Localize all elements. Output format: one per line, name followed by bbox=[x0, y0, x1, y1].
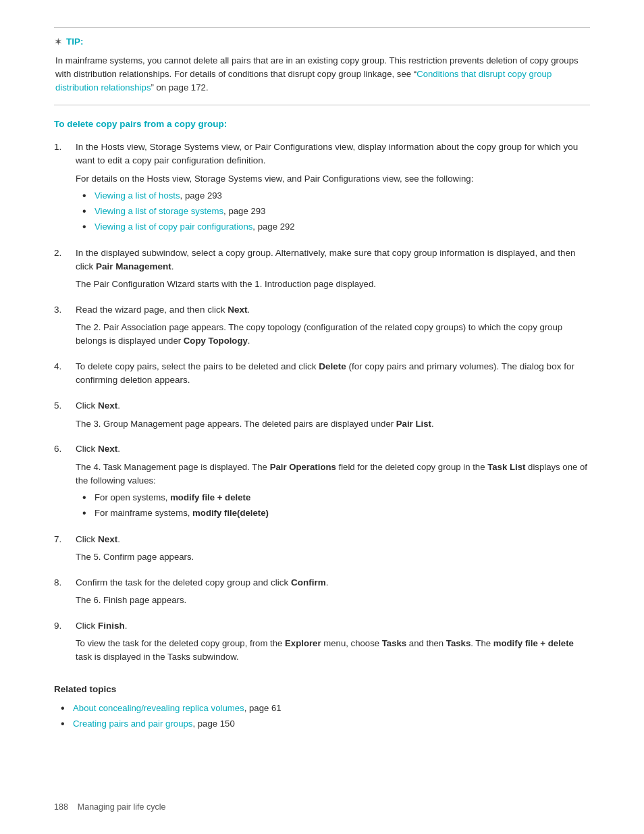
step-2-subnote: The Pair Configuration Wizard starts wit… bbox=[76, 278, 590, 291]
step-3-subnote: The 2. Pair Association page appears. Th… bbox=[76, 321, 590, 348]
list-item: •Creating pairs and pair groups, page 15… bbox=[61, 717, 590, 731]
footer-page-number: 188 bbox=[54, 802, 68, 812]
step-9-main: Click Finish. bbox=[76, 619, 590, 633]
step-6-number: 6. bbox=[54, 442, 66, 456]
step-7-subnote: The 5. Confirm page appears. bbox=[76, 550, 590, 564]
step-6-sublist: •For open systems, modify file + delete … bbox=[82, 491, 590, 521]
bullet-icon: • bbox=[61, 717, 68, 731]
footer: 188 Managing pair life cycle bbox=[54, 801, 165, 814]
related-topics: Related topics •About concealing/reveali… bbox=[54, 683, 590, 731]
step-7-main: Click Next. bbox=[76, 533, 590, 546]
step-1-subnote: For details on the Hosts view, Storage S… bbox=[76, 172, 590, 186]
steps-list: 1. In the Hosts view, Storage Systems vi… bbox=[54, 140, 590, 668]
step-6-content: Click Next. The 4. Task Management page … bbox=[76, 442, 590, 524]
list-item: •About concealing/revealing replica volu… bbox=[61, 702, 590, 716]
related-link-item: About concealing/revealing replica volum… bbox=[73, 702, 281, 715]
list-item: •Viewing a list of copy pair configurati… bbox=[82, 220, 590, 234]
step-1-main: In the Hosts view, Storage Systems view,… bbox=[76, 140, 590, 168]
related-topics-heading: Related topics bbox=[54, 683, 590, 696]
step-3-content: Read the wizard page, and then click Nex… bbox=[76, 303, 590, 352]
step-2-number: 2. bbox=[54, 246, 66, 260]
step-1: 1. In the Hosts view, Storage Systems vi… bbox=[54, 140, 590, 238]
section-heading: To delete copy pairs from a copy group: bbox=[54, 118, 590, 131]
step-6: 6. Click Next. The 4. Task Management pa… bbox=[54, 442, 590, 524]
step-9-subnote: To view the task for the deleted copy gr… bbox=[76, 637, 590, 664]
step-9: 9. Click Finish. To view the task for th… bbox=[54, 619, 590, 668]
step-7-number: 7. bbox=[54, 533, 66, 546]
related-link-item: Creating pairs and pair groups, page 150 bbox=[73, 717, 235, 731]
step-9-content: Click Finish. To view the task for the d… bbox=[76, 619, 590, 668]
tip-body: In mainframe systems, you cannot delete … bbox=[54, 54, 590, 95]
step-2: 2. In the displayed subwindow, select a … bbox=[54, 246, 590, 295]
related-topics-list: •About concealing/revealing replica volu… bbox=[61, 702, 590, 731]
bullet-text: For mainframe systems, modify file(delet… bbox=[95, 506, 269, 520]
bullet-icon: • bbox=[82, 220, 89, 234]
tip-label: TIP: bbox=[66, 35, 84, 49]
bullet-icon: • bbox=[82, 506, 89, 521]
tip-link-suffix: ” on page 172. bbox=[151, 82, 208, 93]
step-6-subnote: The 4. Task Management page is displayed… bbox=[76, 461, 590, 488]
bullet-icon: • bbox=[82, 491, 89, 505]
step-5-number: 5. bbox=[54, 399, 66, 413]
list-item: •For open systems, modify file + delete bbox=[82, 491, 590, 505]
footer-chapter: Managing pair life cycle bbox=[78, 802, 166, 812]
step-4-main: To delete copy pairs, select the pairs t… bbox=[76, 360, 590, 388]
step-8-main: Confirm the task for the deleted copy gr… bbox=[76, 576, 590, 590]
bullet-icon: • bbox=[82, 205, 89, 219]
step-1-content: In the Hosts view, Storage Systems view,… bbox=[76, 140, 590, 238]
step-3: 3. Read the wizard page, and then click … bbox=[54, 303, 590, 352]
tip-icon: ✶ bbox=[54, 34, 63, 50]
step-7: 7. Click Next. The 5. Confirm page appea… bbox=[54, 533, 590, 568]
step-4-number: 4. bbox=[54, 360, 66, 373]
step-4: 4. To delete copy pairs, select the pair… bbox=[54, 360, 590, 392]
tip-header: ✶ TIP: bbox=[54, 34, 590, 50]
step-3-number: 3. bbox=[54, 303, 66, 317]
step-1-number: 1. bbox=[54, 140, 66, 154]
step-7-content: Click Next. The 5. Confirm page appears. bbox=[76, 533, 590, 568]
concealing-link[interactable]: About concealing/revealing replica volum… bbox=[73, 703, 244, 713]
hosts-link[interactable]: Viewing a list of hosts bbox=[95, 190, 180, 201]
list-item: •For mainframe systems, modify file(dele… bbox=[82, 506, 590, 521]
storage-link[interactable]: Viewing a list of storage systems bbox=[95, 206, 223, 216]
step-4-content: To delete copy pairs, select the pairs t… bbox=[76, 360, 590, 392]
step-8-subnote: The 6. Finish page appears. bbox=[76, 594, 590, 607]
link-item: Viewing a list of storage systems, page … bbox=[95, 205, 265, 218]
step-8: 8. Confirm the task for the deleted copy… bbox=[54, 576, 590, 611]
step-2-content: In the displayed subwindow, select a cop… bbox=[76, 246, 590, 295]
page-container: ✶ TIP: In mainframe systems, you cannot … bbox=[0, 0, 644, 834]
bullet-icon: • bbox=[82, 189, 89, 203]
step-5-subnote: The 3. Group Management page appears. Th… bbox=[76, 417, 590, 431]
step-1-sublist: •Viewing a list of hosts, page 293 •View… bbox=[82, 189, 590, 234]
link-item: Viewing a list of hosts, page 293 bbox=[95, 189, 222, 203]
step-5-main: Click Next. bbox=[76, 399, 590, 413]
list-item: •Viewing a list of storage systems, page… bbox=[82, 205, 590, 219]
step-5: 5. Click Next. The 3. Group Management p… bbox=[54, 399, 590, 434]
creating-pairs-link[interactable]: Creating pairs and pair groups bbox=[73, 719, 192, 729]
step-2-main: In the displayed subwindow, select a cop… bbox=[76, 246, 590, 274]
step-8-number: 8. bbox=[54, 576, 66, 590]
step-5-content: Click Next. The 3. Group Management page… bbox=[76, 399, 590, 434]
step-8-content: Confirm the task for the deleted copy gr… bbox=[76, 576, 590, 611]
tip-box: ✶ TIP: In mainframe systems, you cannot … bbox=[54, 27, 590, 105]
link-item: Viewing a list of copy pair configuratio… bbox=[95, 220, 295, 234]
list-item: •Viewing a list of hosts, page 293 bbox=[82, 189, 590, 203]
step-6-main: Click Next. bbox=[76, 442, 590, 456]
bullet-text: For open systems, modify file + delete bbox=[95, 491, 250, 504]
config-link[interactable]: Viewing a list of copy pair configuratio… bbox=[95, 221, 252, 232]
step-3-main: Read the wizard page, and then click Nex… bbox=[76, 303, 590, 317]
step-9-number: 9. bbox=[54, 619, 66, 633]
bullet-icon: • bbox=[61, 702, 68, 716]
